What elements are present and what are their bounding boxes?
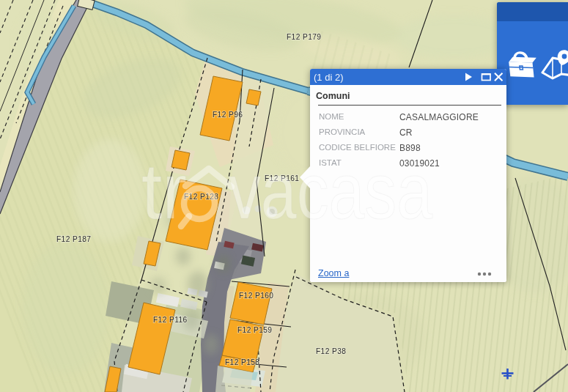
svg-text:F12 P160: F12 P160 — [239, 292, 273, 300]
svg-text:F12 P179: F12 P179 — [287, 33, 321, 41]
svg-text:F12 P159: F12 P159 — [237, 326, 272, 334]
svg-text:F12 P116: F12 P116 — [153, 316, 188, 324]
svg-text:F12 P187: F12 P187 — [56, 235, 91, 243]
svg-text:F12 P38: F12 P38 — [316, 347, 346, 355]
svg-text:F12 P96: F12 P96 — [213, 111, 243, 119]
svg-text:F12 P128: F12 P128 — [184, 193, 218, 201]
svg-text:F12 P158: F12 P158 — [225, 358, 259, 366]
svg-text:F12 P161: F12 P161 — [265, 174, 299, 182]
